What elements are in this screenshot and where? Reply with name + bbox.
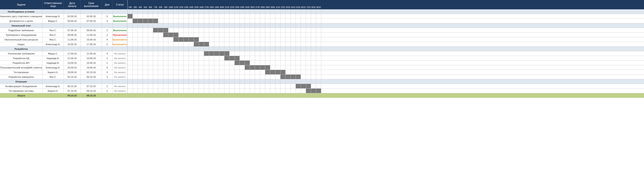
section-row[interactable]: Начальный этап xyxy=(0,23,128,28)
timeline-cell xyxy=(209,19,214,23)
gantt-bar-cell xyxy=(311,89,316,93)
timeline-cell xyxy=(265,14,270,18)
timeline-cell xyxy=(301,14,306,18)
timeline-cell xyxy=(280,89,286,93)
date-header-cell: 27/9 xyxy=(255,6,260,9)
cell-task: Разработка завершена xyxy=(0,75,42,79)
task-row[interactable]: Разработка БДНадежда В.21.09.1623.09.162… xyxy=(0,56,128,61)
timeline-cell xyxy=(204,65,209,70)
timeline-cell xyxy=(194,19,199,23)
timeline-cell xyxy=(168,47,174,51)
timeline-cell xyxy=(148,93,153,98)
timeline-cell xyxy=(158,56,163,60)
timeline-cell xyxy=(143,47,148,51)
timeline-cell xyxy=(143,84,148,88)
section-row[interactable]: Необходимые условия xyxy=(0,9,128,14)
timeline-cell xyxy=(194,33,199,37)
timeline-cell xyxy=(291,37,296,42)
timeline-row xyxy=(128,89,644,93)
timeline-cell xyxy=(133,47,138,51)
timeline-cell xyxy=(235,42,240,46)
timeline-cell xyxy=(219,79,224,84)
timeline-cell xyxy=(255,79,260,84)
timeline-cell xyxy=(143,56,148,60)
timeline-cell xyxy=(230,93,235,98)
task-row[interactable]: Разработка APIНадежда В.23.09.1625.09.16… xyxy=(0,61,128,65)
timeline-cell xyxy=(260,33,265,37)
timeline-cell xyxy=(291,65,296,70)
section-row[interactable]: Операции xyxy=(0,79,128,84)
timeline-cell xyxy=(143,79,148,84)
cell-start: 23.09.16 xyxy=(64,61,81,65)
timeline-cell xyxy=(245,93,250,98)
timeline-cell xyxy=(250,70,255,74)
timeline-cell xyxy=(240,56,245,60)
timeline-cell xyxy=(280,33,286,37)
timeline-cell xyxy=(184,79,189,84)
timeline-cell xyxy=(224,37,230,42)
timeline-cell xyxy=(245,56,250,60)
timeline-cell xyxy=(270,9,276,14)
task-row[interactable]: ТестированиеКирилл К.29.09.1602.10.163Не… xyxy=(0,70,128,75)
cell-start: 29.09.16 xyxy=(64,70,81,74)
task-row[interactable]: Договориться о целяхФёдор С.03.09.1607.0… xyxy=(0,19,128,23)
timeline-cell xyxy=(178,47,184,51)
timeline-cell xyxy=(316,19,321,23)
task-row[interactable]: Требования к оборудованиюЯна С.09.09.161… xyxy=(0,33,128,37)
cell-end xyxy=(81,23,102,28)
timeline-cell xyxy=(163,61,168,65)
cell-status xyxy=(112,93,128,98)
timeline-cell xyxy=(224,79,230,84)
timeline-cell xyxy=(148,79,153,84)
timeline-cell xyxy=(174,61,178,65)
timeline-cell xyxy=(245,79,250,84)
task-row[interactable]: Технические требованияФёдор С.17.09.1621… xyxy=(0,51,128,56)
task-row[interactable]: Конфигурация оборудованияАлександр Б.05.… xyxy=(0,84,128,89)
task-row[interactable]: Тестирование системыКирилл К.07.10.1609.… xyxy=(0,89,128,93)
timeline-cell xyxy=(143,75,148,79)
timeline-cell xyxy=(301,33,306,37)
task-row[interactable]: Назначить дату стартового совещанияАлекс… xyxy=(0,14,128,19)
timeline-cell xyxy=(265,75,270,79)
timeline-cell xyxy=(204,19,209,23)
timeline-cell xyxy=(286,14,291,18)
timeline-cell xyxy=(178,93,184,98)
gantt-timeline[interactable]: 2/93/94/95/96/97/98/99/910/911/912/913/9… xyxy=(128,0,644,98)
timeline-cell xyxy=(230,33,235,37)
timeline-cell xyxy=(219,61,224,65)
date-header-cell: 28/9 xyxy=(260,6,265,9)
timeline-cell xyxy=(270,65,276,70)
timeline-cell xyxy=(311,51,316,56)
launch-row[interactable]: Запуск09.10.1609.10.16 xyxy=(0,93,128,98)
cell-days xyxy=(102,79,112,84)
gantt-bar-cell xyxy=(296,75,301,79)
timeline-cell xyxy=(255,37,260,42)
timeline-cell xyxy=(199,65,204,70)
timeline-cell xyxy=(301,89,306,93)
timeline-cell xyxy=(270,93,276,98)
timeline-cell xyxy=(250,89,255,93)
timeline-cell xyxy=(240,9,245,14)
timeline-cell xyxy=(301,75,306,79)
timeline-cell xyxy=(189,28,194,32)
timeline-cell xyxy=(128,93,133,98)
timeline-cell xyxy=(245,51,250,56)
section-row[interactable]: Разработка xyxy=(0,47,128,51)
timeline-cell xyxy=(224,9,230,14)
task-row[interactable]: Окончательный план ресурсовЯна С.11.09.1… xyxy=(0,37,128,42)
timeline-cell xyxy=(143,28,148,32)
task-row[interactable]: Разработка завершенаЯна С.02.10.1605.10.… xyxy=(0,75,128,79)
timeline-cell xyxy=(224,70,230,74)
date-header-cell: 4/10 xyxy=(291,6,296,9)
task-row[interactable]: КадрыАлександр Б.15.09.1617.09.162Выполн… xyxy=(0,42,128,47)
timeline-cell xyxy=(291,84,296,88)
timeline-cell xyxy=(276,28,280,32)
timeline-cell xyxy=(184,14,189,18)
timeline-cell xyxy=(250,33,255,37)
task-row[interactable]: Подробные требованияЯна С.07.09.1609.09.… xyxy=(0,28,128,33)
gantt-bar-cell xyxy=(214,51,219,56)
timeline-cell xyxy=(235,79,240,84)
task-row[interactable]: Пользовательский интерфейс клиентаАлекса… xyxy=(0,65,128,70)
timeline-cell xyxy=(316,37,321,42)
timeline-cell xyxy=(245,33,250,37)
